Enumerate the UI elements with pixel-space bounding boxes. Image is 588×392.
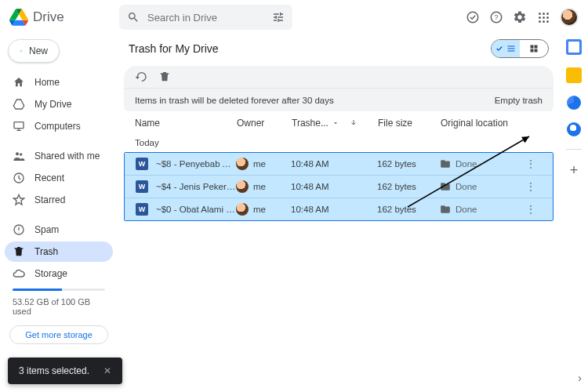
sidebar: New Home My Drive Computers Shared with … [0,34,118,392]
gear-icon[interactable] [513,10,527,24]
svg-point-4 [16,152,19,155]
offline-icon[interactable] [466,10,480,24]
header-icons: ? [466,8,579,27]
sidebar-item-mydrive[interactable]: My Drive [5,94,113,114]
arrow-down-icon [349,118,358,128]
sidebar-item-label: Home [34,77,60,88]
row-more-button[interactable]: ⋮ [526,158,542,169]
sidebar-item-storage[interactable]: Storage [5,263,113,284]
table-row[interactable]: W~$4 - Jenis Pekerjaan Yang Rentan Menga… [125,176,553,198]
file-size: 162 bytes [377,205,440,214]
folder-icon [440,158,451,169]
addons-plus-icon[interactable]: + [570,162,579,179]
sidebar-item-starred[interactable]: Starred [5,190,113,210]
tasks-app-icon[interactable] [567,96,581,110]
sidebar-item-shared[interactable]: Shared with me [5,146,113,166]
file-name: ~$0 - Obat Alami Untuk Mengatasi Ambeien… [156,205,236,214]
keep-app-icon[interactable] [566,67,582,83]
storage-bar [13,289,105,291]
toast-text: 3 items selected. [19,365,89,376]
view-toggle [491,39,549,58]
col-location[interactable]: Original location [441,118,527,129]
sidebar-item-trash[interactable]: Trash [5,241,113,262]
get-more-storage-button[interactable]: Get more storage [9,325,108,344]
location-cell[interactable]: Done [440,181,526,192]
file-name: ~$4 - Jenis Pekerjaan Yang Rentan Mengal… [156,182,236,191]
new-button-label: New [29,45,48,56]
view-list-button[interactable] [492,40,520,57]
avatar[interactable] [560,8,579,27]
svg-rect-8 [531,45,534,49]
sidebar-item-label: My Drive [34,99,71,110]
selection-toast: 3 items selected. ✕ [8,358,122,384]
table-row[interactable]: W~$8 - Penyebab Ambeien Kambuh Dan Cara … [125,153,553,176]
sidebar-item-label: Spam [34,224,59,235]
shared-icon [13,150,25,162]
rail-separator [566,149,582,150]
sidebar-item-spam[interactable]: Spam [5,220,113,240]
col-owner[interactable]: Owner [237,118,292,129]
trash-banner: Items in trash will be deleted forever a… [124,88,554,111]
close-icon[interactable]: ✕ [103,365,111,376]
storage-text: 53.52 GB of 100 GB used [5,296,113,318]
svg-point-0 [467,12,478,23]
sidebar-item-label: Recent [34,172,64,183]
delete-forever-icon[interactable] [158,71,171,83]
word-doc-icon: W [136,203,148,216]
hide-panel-chevron-icon[interactable]: › [578,372,582,384]
col-trashed[interactable]: Trashe... [292,118,378,129]
new-button[interactable]: New [8,39,60,63]
col-size[interactable]: File size [378,118,441,129]
calendar-app-icon[interactable] [566,39,582,55]
table-row[interactable]: W~$0 - Obat Alami Untuk Mengatasi Ambeie… [125,198,553,220]
svg-rect-10 [531,49,534,53]
search-icon [127,11,140,24]
location-cell[interactable]: Done [440,158,526,169]
trash-icon [13,245,25,258]
col-name[interactable]: Name [135,118,237,129]
header: Drive ? [0,0,588,34]
owner-cell: me [236,203,291,216]
sidebar-item-recent[interactable]: Recent [5,168,113,188]
folder-icon [440,204,451,215]
owner-avatar [236,203,249,216]
apps-icon[interactable] [536,10,550,24]
word-doc-icon: W [136,158,148,170]
sidebar-item-home[interactable]: Home [5,72,113,93]
contacts-app-icon[interactable] [567,122,581,136]
sidebar-item-computers[interactable]: Computers [5,116,113,136]
svg-text:?: ? [494,13,498,21]
app-title: Drive [33,9,64,25]
restore-icon[interactable] [135,71,147,83]
row-more-button[interactable]: ⋮ [526,204,542,215]
file-name: ~$8 - Penyebab Ambeien Kambuh Dan Cara M… [156,159,236,169]
row-more-button[interactable]: ⋮ [526,181,542,192]
page-title: Trash for My Drive [129,42,219,55]
location-cell[interactable]: Done [440,204,526,215]
owner-cell: me [236,158,291,170]
svg-point-5 [20,153,22,155]
search-input[interactable] [147,12,285,24]
tune-icon[interactable] [272,11,285,24]
chevron-down-icon [332,119,339,127]
help-icon[interactable]: ? [489,10,503,24]
logo-area[interactable]: Drive [9,8,111,27]
view-grid-button[interactable] [520,40,548,57]
svg-rect-11 [535,49,538,53]
sidebar-item-label: Trash [34,246,58,257]
banner-message: Items in trash will be deleted forever a… [135,96,334,105]
column-headers: Name Owner Trashe... File size Original … [124,111,554,135]
empty-trash-button[interactable]: Empty trash [495,96,543,105]
star-icon [13,194,25,206]
sidebar-item-label: Storage [34,268,67,279]
owner-cell: me [236,180,291,193]
search-bar[interactable] [119,5,292,30]
word-doc-icon: W [136,180,148,193]
sidebar-item-label: Shared with me [34,151,100,162]
side-panel: + [560,34,588,392]
sidebar-item-label: Computers [34,121,81,132]
drive-logo-icon [9,8,28,27]
owner-avatar [236,158,249,170]
svg-rect-9 [535,45,538,49]
action-bar [124,66,554,88]
